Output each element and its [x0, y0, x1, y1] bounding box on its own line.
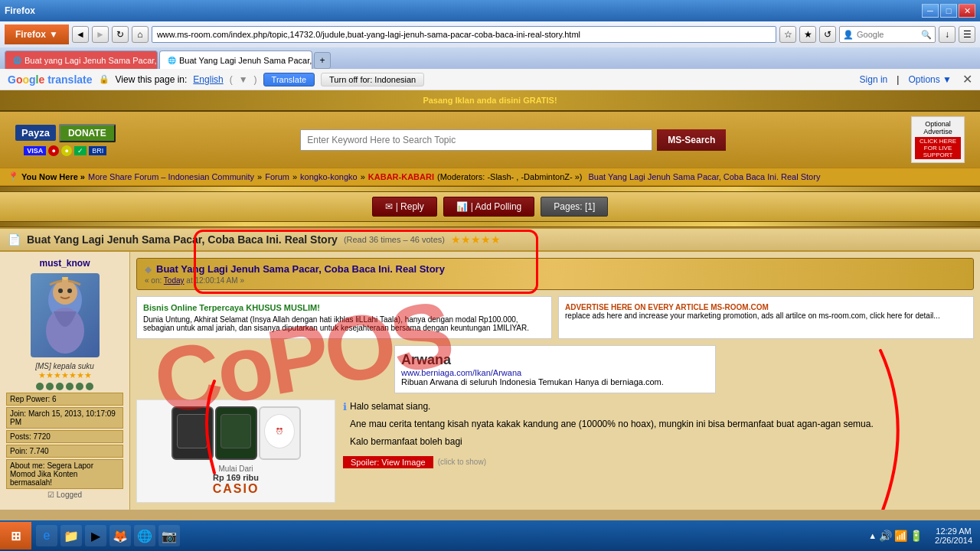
taskbar-chrome-icon[interactable]: 🌐 [134, 525, 155, 546]
ad-box-2: ADVERTISE HERE ON EVERY ARTICLE MS-ROOM.… [558, 296, 974, 339]
payment-area: Payza DONATE VISA ● ● ✓ BRI [15, 124, 116, 156]
casio-price: Rp 169 ribu [213, 473, 259, 482]
breadcrumb-home-link[interactable]: More Share Forum – Indonesian Community [88, 172, 254, 181]
username[interactable]: must_know [6, 258, 123, 269]
taskbar-firefox-icon[interactable]: 🦊 [109, 525, 131, 546]
arwana-url[interactable]: www.berniaga.com/Ikan/Arwana [401, 368, 709, 377]
bookmark-btn[interactable]: ★ [799, 26, 816, 43]
options-link[interactable]: Options ▼ [908, 74, 952, 85]
taskbar-icons: e 📁 ▶ 🦊 🌐 📷 [31, 525, 185, 546]
logged-row: ☑ Logged [6, 491, 123, 499]
forward-button[interactable]: ► [92, 26, 109, 43]
ad2-title[interactable]: ADVERTISE HERE ON EVERY ARTICLE MS-ROOM.… [565, 303, 967, 311]
reload-button[interactable]: ↻ [112, 26, 129, 43]
home-button[interactable]: ⌂ [132, 26, 149, 43]
reply-button[interactable]: ✉ | Reply [372, 197, 437, 217]
start-button[interactable]: ⊞ [0, 522, 31, 549]
ad-box-1: Bisnis Online Terpercaya KHUSUS MUSLIM! … [136, 296, 552, 339]
tab-1[interactable]: 🌐 Buat yang Lagi Jenuh Sama Pacar, Co...… [5, 51, 158, 69]
language-selector[interactable]: English [193, 74, 223, 85]
taskbar-ie-icon[interactable]: e [36, 525, 57, 546]
bookmark-star[interactable]: ☆ [779, 26, 796, 43]
optional-link[interactable]: CLICK HERE FOR LIVE SUPPORT [915, 137, 961, 159]
search-go-btn[interactable]: 🔍 [918, 30, 935, 40]
taskbar-media-icon[interactable]: ▶ [85, 525, 106, 546]
translate-button[interactable]: Translate [263, 73, 315, 86]
tab-2-label: Buat Yang Lagi Jenuh Sama Pacar, Co... [179, 56, 312, 65]
battery-icon[interactable]: 🔋 [910, 530, 923, 542]
topic-icon: 📄 [8, 233, 21, 246]
donate-button[interactable]: DONATE [59, 124, 116, 142]
breadcrumb-kongko-link[interactable]: kongko-kongko [300, 172, 358, 181]
action-bar: ✉ | Reply 📊 | Add Polling Pages: [1] [0, 192, 980, 221]
optional-ad-area: Optional Advertise CLICK HERE FOR LIVE S… [911, 116, 965, 163]
site-header: Payza DONATE VISA ● ● ✓ BRI MS-Search Op… [0, 112, 980, 168]
arwana-title: Arwana [401, 352, 709, 368]
ads-row: Bisnis Online Terpercaya KHUSUS MUSLIM! … [136, 296, 974, 339]
post-text: ℹ Halo selamat siang. Ane mau cerita ten… [343, 399, 974, 503]
breadcrumb-kabar-link[interactable]: KABAR-KABARI [368, 172, 434, 181]
downloads-btn[interactable]: ↓ [939, 26, 956, 43]
close-button[interactable]: ✕ [959, 4, 975, 18]
firefox-menu-button[interactable]: Firefox ▼ [5, 24, 69, 44]
speaker-icon[interactable]: 🔊 [879, 530, 892, 542]
top-ad-bar: Pasang Iklan anda disini GRATIS! [0, 90, 980, 112]
rating-stars: ★★★★★ [451, 233, 501, 246]
translate-bar: Google translate 🔒 View this page in: En… [0, 69, 980, 90]
back-button[interactable]: ◄ [72, 26, 89, 43]
main-content: Pasang Iklan anda disini GRATIS! Payza D… [0, 90, 980, 510]
url-bar[interactable] [152, 26, 776, 43]
post-line1: Ane mau cerita tentang kisah nyata kakak… [350, 417, 874, 432]
click-show-text: (click to show) [438, 456, 486, 468]
watch-1 [172, 406, 214, 460]
breadcrumb-forum-link[interactable]: Forum [265, 172, 289, 181]
translate-close-btn[interactable]: ✕ [962, 72, 972, 86]
payza-logo: Payza [15, 125, 56, 141]
read-info: (Read 36 times – 46 votes) [344, 235, 445, 244]
post-line2: Kalo bermanfaat boleh bagi [350, 435, 874, 449]
minimize-button[interactable]: ─ [922, 4, 939, 18]
tab-1-label: Buat yang Lagi Jenuh Sama Pacar, Co... [24, 56, 158, 65]
network-icon[interactable]: 📶 [894, 530, 907, 542]
post-subject: Buat Yang Lagi Jenuh Sama Pacar, Coba Ba… [156, 263, 445, 275]
ad2-text: replace ads here and increase your marke… [565, 311, 967, 320]
time-display: 12:29 AM [935, 527, 972, 536]
google-search-input[interactable] [857, 30, 918, 39]
search-input[interactable] [300, 129, 652, 151]
ad1-title[interactable]: Bisnis Online Terpercaya KHUSUS MUSLIM! [143, 303, 545, 312]
payment-icons: VISA ● ● ✓ BRI [24, 145, 106, 156]
account-icon: 👤 [840, 30, 857, 40]
svg-point-3 [58, 289, 63, 293]
post-time-link[interactable]: Today [164, 276, 185, 285]
search-area: MS-Search [123, 129, 903, 151]
pages-button[interactable]: Pages: [1] [541, 197, 608, 217]
moderators-text: (Moderators: -Slash- , -DabmintonZ- ») [437, 172, 583, 181]
tabs-bar: 🌐 Buat yang Lagi Jenuh Sama Pacar, Co...… [0, 47, 980, 69]
optional-ad: Optional Advertise CLICK HERE FOR LIVE S… [911, 116, 965, 163]
refresh-btn[interactable]: ↺ [819, 26, 836, 43]
casio-area: ⏰ Mulai Dari Rp 169 ribu CASIO ℹ Halo se… [136, 399, 974, 503]
about-row: About me: Segera Lapor Momod Jika Konten… [6, 459, 123, 489]
spoiler-button[interactable]: Spoiler: View Image [343, 456, 433, 468]
optional-sub: Advertise [915, 128, 961, 135]
signin-link[interactable]: Sign in [860, 74, 888, 85]
maximize-button[interactable]: □ [940, 4, 957, 18]
decorative-border-2 [0, 221, 980, 227]
search-button[interactable]: MS-Search [657, 129, 726, 151]
new-tab-button[interactable]: + [314, 52, 331, 69]
watch-3: ⏰ [259, 406, 301, 460]
post-content: ◆ Buat Yang Lagi Jenuh Sama Pacar, Coba … [130, 252, 980, 510]
lock-icon: 🔒 [99, 74, 109, 84]
add-polling-button[interactable]: 📊 | Add Polling [443, 197, 535, 217]
taskbar-app-icon[interactable]: 📷 [158, 525, 180, 546]
menu-btn[interactable]: ☰ [959, 26, 975, 43]
tab-2[interactable]: 🌐 Buat Yang Lagi Jenuh Sama Pacar, Co...… [159, 51, 312, 69]
post-bullet: ◆ [145, 264, 152, 275]
taskbar-folder-icon[interactable]: 📁 [60, 525, 82, 546]
user-panel: must_know [MS] kepala suku ★★★★★★★ [0, 252, 130, 510]
posts-row: Posts: 7720 [6, 430, 123, 443]
turnoff-button[interactable]: Turn off for: Indonesian [321, 73, 424, 86]
breadcrumb-topic-link[interactable]: Buat Yang Lagi Jenuh Sama Pacar, Coba Ba… [588, 172, 820, 181]
spoiler-row: Spoiler: View Image (click to show) [343, 456, 974, 468]
post-time: « on: Today at 12:00:14 AM » [145, 276, 965, 285]
